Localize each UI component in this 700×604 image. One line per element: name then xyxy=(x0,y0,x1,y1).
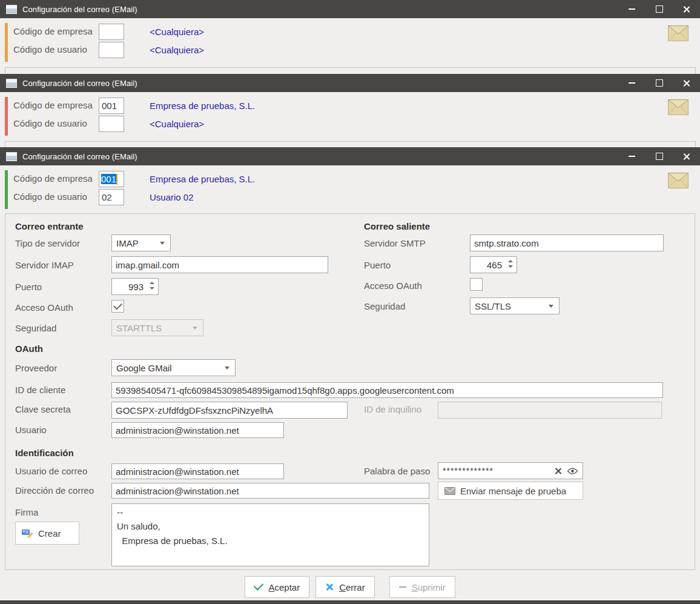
email-settings-panel: Correo entrante Tipo de servidor IMAP Se… xyxy=(5,213,695,570)
secret-input[interactable] xyxy=(111,402,348,419)
app-window-icon xyxy=(6,152,17,161)
maximize-icon xyxy=(656,153,663,160)
usuario-label: Código de usuario xyxy=(13,44,87,55)
window-bottom-border xyxy=(0,600,700,604)
usuario-display: <Cualquiera> xyxy=(150,45,204,55)
empresa-display: Empresa de pruebas, S.L. xyxy=(150,174,255,184)
titlebar: Configuración del correo (EMail) xyxy=(0,147,700,165)
window-title: Configuración del correo (EMail) xyxy=(22,79,137,88)
smtp-security-label: Seguridad xyxy=(364,301,405,311)
mail-user-label: Usuario de correo xyxy=(15,466,87,476)
clear-icon[interactable] xyxy=(554,467,562,475)
record-status-bar-green xyxy=(5,170,8,209)
minimize-icon xyxy=(629,8,635,10)
mail-user-input[interactable] xyxy=(111,463,284,479)
titlebar: Configuración del correo (EMail) xyxy=(0,0,700,18)
signature-card-icon xyxy=(22,529,33,538)
maximize-icon xyxy=(656,79,663,87)
maximize-button[interactable] xyxy=(646,147,673,165)
oauth-user-input[interactable] xyxy=(111,422,284,438)
imap-port-spinner[interactable] xyxy=(111,278,159,295)
imap-security-value: STARTTLS xyxy=(116,323,162,333)
empresa-code-input[interactable]: 001 xyxy=(99,171,124,187)
empresa-display: Empresa de pruebas, S.L. xyxy=(150,101,255,111)
minimize-icon xyxy=(629,156,635,157)
tenant-label: ID de inquilino xyxy=(364,404,421,414)
mail-address-input[interactable] xyxy=(111,483,429,499)
selected-text: 001 xyxy=(101,174,116,184)
accept-label: Aceptar xyxy=(268,582,300,592)
eye-icon[interactable] xyxy=(567,467,578,475)
usuario-display: Usuario 02 xyxy=(150,192,194,202)
spinner-arrows-icon[interactable] xyxy=(150,282,154,290)
smtp-security-combobox[interactable]: SSL/TLS xyxy=(470,297,560,314)
imap-server-input[interactable] xyxy=(111,256,328,273)
record-status-bar-red xyxy=(5,97,8,136)
server-type-combobox[interactable]: IMAP xyxy=(111,234,171,251)
smtp-server-input[interactable] xyxy=(470,234,664,251)
minimize-button[interactable] xyxy=(618,147,646,165)
window-email-config-2: Configuración del correo (EMail) Código … xyxy=(0,74,700,147)
section-identificacion: Identificación xyxy=(15,448,74,458)
usuario-code-input[interactable] xyxy=(99,116,124,132)
section-correo-saliente: Correo saliente xyxy=(364,221,430,231)
maximize-icon xyxy=(656,5,663,13)
smtp-oauth-checkbox[interactable] xyxy=(470,278,483,291)
empresa-display: <Cualquiera> xyxy=(150,27,204,37)
empresa-code-input[interactable] xyxy=(99,98,124,114)
usuario-code-input[interactable] xyxy=(99,42,124,58)
app-window-icon xyxy=(6,79,17,88)
smtp-port-label: Puerto xyxy=(364,260,391,270)
section-correo-entrante: Correo entrante xyxy=(15,221,84,231)
password-input[interactable]: ************* xyxy=(438,462,583,479)
provider-combobox[interactable]: Google GMail xyxy=(111,359,236,376)
imap-oauth-checkbox[interactable] xyxy=(111,300,124,313)
maximize-button[interactable] xyxy=(646,0,673,18)
window-title: Configuración del correo (EMail) xyxy=(22,5,137,14)
check-icon xyxy=(113,301,122,310)
usuario-label: Código de usuario xyxy=(13,191,87,202)
secret-label: Clave secreta xyxy=(15,404,71,414)
accept-button[interactable]: Aceptar xyxy=(245,576,309,598)
close-dialog-button[interactable]: Cerrar xyxy=(315,576,375,598)
chevron-down-icon xyxy=(549,305,553,308)
create-signature-button[interactable]: Crear xyxy=(15,522,79,545)
provider-value: Google GMail xyxy=(116,363,172,373)
oauth-user-label: Usuario xyxy=(15,425,47,435)
minimize-icon xyxy=(629,82,635,84)
text-cursor xyxy=(116,174,117,185)
signature-textarea[interactable]: -- Un saludo, Empresa de pruebas, S.L. xyxy=(111,503,429,566)
delete-button: Suprimir xyxy=(389,576,455,598)
imap-oauth-label: Acceso OAuth xyxy=(15,302,73,313)
close-button[interactable] xyxy=(673,147,700,165)
mail-envelope-icon xyxy=(668,173,688,191)
send-test-message-button[interactable]: Enviar mensaje de prueba xyxy=(438,482,583,500)
server-type-label: Tipo de servidor xyxy=(15,238,80,248)
imap-security-label: Seguridad xyxy=(15,323,56,333)
maximize-button[interactable] xyxy=(646,74,673,92)
client-id-input[interactable] xyxy=(111,382,663,398)
blue-x-icon xyxy=(325,583,334,591)
password-label: Palabra de paso xyxy=(364,466,430,476)
mail-envelope-icon xyxy=(668,25,688,44)
empresa-code-input[interactable] xyxy=(99,24,124,40)
chevron-down-icon xyxy=(160,242,165,245)
close-button[interactable] xyxy=(673,0,700,18)
close-button[interactable] xyxy=(673,74,700,92)
minimize-button[interactable] xyxy=(618,0,646,18)
smtp-security-value: SSL/TLS xyxy=(475,301,511,311)
close-icon xyxy=(682,153,690,161)
client-id-label: ID de cliente xyxy=(15,385,65,395)
window-email-config-1: Configuración del correo (EMail) Código … xyxy=(0,0,700,74)
smtp-port-spinner[interactable] xyxy=(470,256,517,273)
imap-security-combobox: STARTTLS xyxy=(111,319,203,336)
window-email-config-3: Configuración del correo (EMail) Código … xyxy=(0,147,700,604)
minimize-button[interactable] xyxy=(618,74,646,92)
usuario-code-input[interactable] xyxy=(99,189,124,205)
chevron-down-icon xyxy=(225,367,229,370)
spinner-arrows-icon[interactable] xyxy=(508,260,513,268)
signature-label: Firma xyxy=(15,507,38,517)
minus-icon xyxy=(399,586,406,588)
delete-label: Suprimir xyxy=(412,582,446,592)
close-icon xyxy=(682,5,690,13)
